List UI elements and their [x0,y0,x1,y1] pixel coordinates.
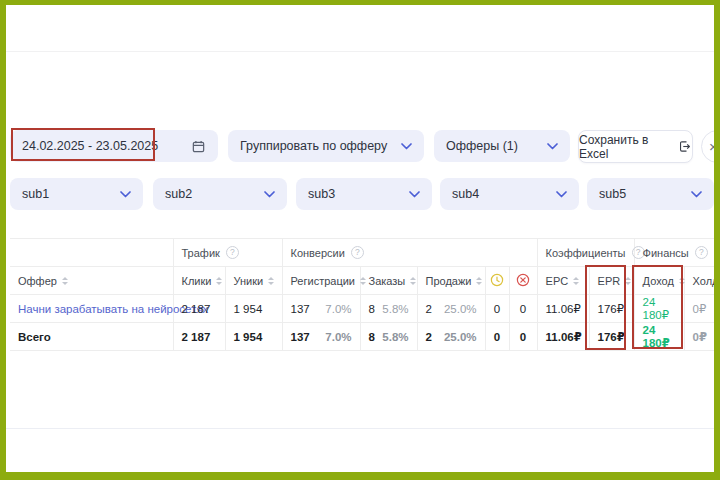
sort-icon [476,277,482,285]
col-sales-label: Продажи [426,275,472,287]
question-circle-icon[interactable]: ? [695,246,708,259]
sort-icon [625,277,631,285]
col-registrations-label: Регистрации [291,275,356,287]
registrations-value: 137 [291,331,310,343]
calendar-icon [191,139,206,154]
col-registrations[interactable]: Регистрации [282,267,360,295]
group-coefficients-label: Коэффициенты [546,247,626,259]
col-clicks-label: Клики [182,275,212,287]
cell-pending: 0 [485,295,509,323]
col-orders[interactable]: Заказы [360,267,417,295]
offers-dropdown[interactable]: Офферы (1) [434,130,570,162]
col-epc[interactable]: EPC [537,267,589,295]
question-circle-icon[interactable]: ? [351,246,364,259]
offer-link[interactable]: Начни зарабатывать на нейросетях [18,303,208,315]
sort-icon [216,277,222,285]
group-finance-label: Финансы [643,247,689,259]
cell-income: 24 180₽ [634,323,684,351]
sub4-dropdown[interactable]: sub4 [440,178,579,210]
group-finance: Финансы? [634,239,714,267]
registrations-value: 137 [291,303,310,315]
chevron-down-icon [120,191,131,198]
col-uniques[interactable]: Уники [225,267,282,295]
top-divider [6,51,714,52]
orders-value: 8 [369,303,375,315]
col-pending[interactable] [485,267,509,295]
sub1-label: sub1 [22,187,49,201]
chevron-down-icon [547,143,558,150]
group-conversions: Конверсии? [282,239,537,267]
col-uniques-label: Уники [234,275,264,287]
col-rejected[interactable] [509,267,537,295]
cell-sales: 225.0% [417,323,485,351]
col-income-label: Доход [643,275,674,287]
chevron-down-icon [264,191,275,198]
sub1-dropdown[interactable]: sub1 [10,178,143,210]
cell-income: 24 180₽ [634,295,684,323]
date-range-field[interactable]: 24.02.2025 - 23.05.2025 [10,130,218,162]
sales-pct: 25.0% [444,331,477,343]
cell-uniques: 1 954 [225,323,282,351]
statistics-page: 24.02.2025 - 23.05.2025 Группировать по … [0,0,720,480]
sort-icon [62,277,68,285]
col-epr[interactable]: EPR [589,267,634,295]
cell-hold: 0₽ [684,295,714,323]
col-income[interactable]: Доход [634,267,684,295]
sub5-label: sub5 [599,187,626,201]
question-circle-icon[interactable]: ? [226,246,239,259]
table-row: Начни зарабатывать на нейросетях 2 187 1… [10,295,714,323]
cell-clicks: 2 187 [173,323,225,351]
registrations-pct: 7.0% [325,331,351,343]
sub2-dropdown[interactable]: sub2 [153,178,287,210]
group-traffic-label: Трафик [182,247,220,259]
sort-icon [679,277,685,285]
sales-pct: 25.0% [444,303,477,315]
orders-pct: 5.8% [382,303,408,315]
col-sales[interactable]: Продажи [417,267,485,295]
stats-table: Трафик? Конверсии? Коэффициенты? Финансы… [10,238,714,351]
export-icon [678,139,692,154]
cell-registrations: 1377.0% [282,295,360,323]
cell-epr: 176₽ [589,323,634,351]
col-hold[interactable]: Холд [684,267,714,295]
table-group-header-row: Трафик? Конверсии? Коэффициенты? Финансы… [10,239,714,267]
cell-hold: 0₽ [684,323,714,351]
group-empty [10,239,173,267]
sort-icon [410,277,416,285]
chevron-down-icon [691,191,702,198]
offers-label: Офферы (1) [446,139,518,153]
col-clicks[interactable]: Клики [173,267,225,295]
sub3-label: sub3 [308,187,335,201]
sort-icon [360,277,366,285]
table-header-row: Оффер Клики Уники Регистрации Заказы Про… [10,267,714,295]
sales-value: 2 [426,331,432,343]
group-conversions-label: Конверсии [291,247,345,259]
cell-orders: 85.8% [360,323,417,351]
group-coefficients: Коэффициенты? [537,239,634,267]
col-epc-label: EPC [546,275,569,287]
cell-registrations: 1377.0% [282,323,360,351]
group-by-label: Группировать по офферу [240,139,387,153]
save-excel-label: Сохранить в Excel [579,133,671,161]
close-button[interactable]: × [701,130,720,163]
close-icon: × [709,138,718,155]
sub5-dropdown[interactable]: sub5 [587,178,714,210]
cell-epc: 11.06₽ [537,295,589,323]
cell-rejected: 0 [509,295,537,323]
sort-icon [268,277,274,285]
table-total-row: Всего 2 187 1 954 1377.0% 85.8% 225.0% 0… [10,323,714,351]
cell-sales: 225.0% [417,295,485,323]
group-traffic: Трафик? [173,239,282,267]
chevron-down-icon [409,191,420,198]
group-by-dropdown[interactable]: Группировать по офферу [228,130,424,162]
date-range-value: 24.02.2025 - 23.05.2025 [22,139,158,153]
sort-icon [573,277,579,285]
save-excel-button[interactable]: Сохранить в Excel [578,130,693,163]
cross-circle-icon [516,273,530,287]
cell-uniques: 1 954 [225,295,282,323]
col-epr-label: EPR [598,275,621,287]
sub2-label: sub2 [165,187,192,201]
col-hold-label: Холд [693,275,714,287]
col-offer[interactable]: Оффер [10,267,173,295]
sub3-dropdown[interactable]: sub3 [296,178,432,210]
